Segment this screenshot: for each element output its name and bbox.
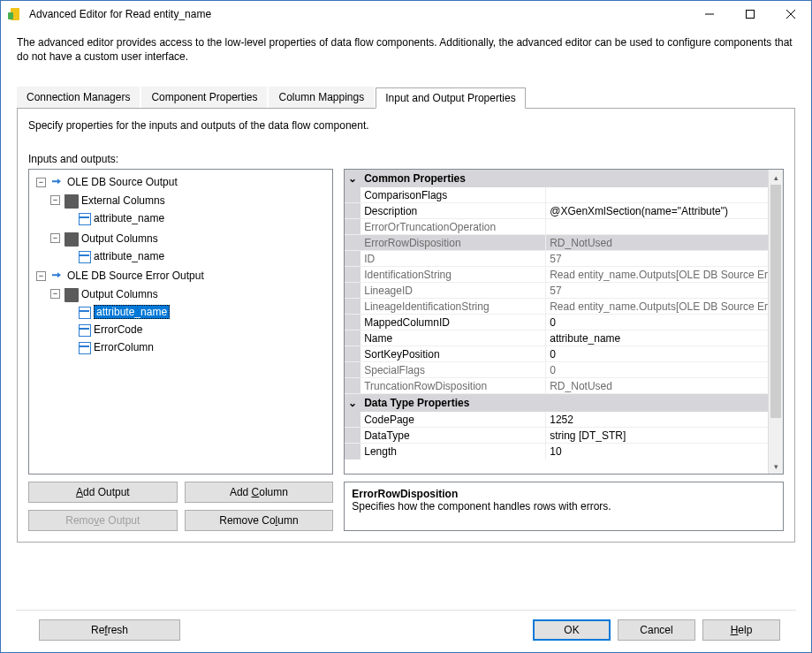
- svg-rect-1: [747, 11, 755, 19]
- tree-node-source-output[interactable]: − OLE DB Source Output: [34, 174, 330, 190]
- tree-label: Output Columns: [81, 232, 158, 245]
- remove-column-button[interactable]: Remove Column: [185, 510, 334, 531]
- prop-row: SpecialFlags0: [345, 362, 768, 378]
- folder-icon: [65, 288, 79, 302]
- remove-output-button: Remove Output: [28, 510, 178, 531]
- prop-row[interactable]: Length10: [345, 444, 768, 459]
- column-icon: [77, 211, 91, 225]
- prop-row[interactable]: Nameattribute_name: [345, 330, 768, 346]
- column-icon: [77, 323, 91, 337]
- property-help-text: Specifies how the component handles rows…: [352, 500, 776, 513]
- tab-subdescription: Specify properties for the inputs and ou…: [28, 118, 784, 148]
- tree-label: External Columns: [81, 194, 165, 207]
- prop-row[interactable]: ComparisonFlags: [345, 187, 768, 203]
- category-common-properties[interactable]: ⌄ Common Properties: [345, 170, 768, 187]
- property-grid-scrollbar[interactable]: ▴ ▾: [768, 170, 783, 474]
- prop-row[interactable]: Description@XGenXmlSection(name="Attribu…: [345, 203, 768, 219]
- tree-node-source-error-output[interactable]: − OLE DB Source Error Output: [34, 268, 330, 284]
- tree-node-column[interactable]: attribute_name: [63, 248, 330, 264]
- prop-row[interactable]: CodePage1252: [345, 412, 768, 428]
- add-column-button[interactable]: Add Column: [185, 482, 334, 503]
- tree-label: Output Columns: [81, 288, 158, 300]
- tree-node-output-columns[interactable]: − Output Columns: [49, 229, 330, 247]
- dialog-description: The advanced editor provides access to t…: [1, 27, 811, 80]
- cancel-button[interactable]: Cancel: [618, 619, 695, 641]
- ok-button[interactable]: OK: [533, 619, 611, 641]
- prop-row[interactable]: DataTypestring [DT_STR]: [345, 428, 768, 444]
- close-button[interactable]: [770, 1, 811, 27]
- window-title: Advanced Editor for Read entity_name: [29, 8, 211, 20]
- tree-label: OLE DB Source Output: [67, 176, 178, 188]
- column-icon: [77, 249, 91, 263]
- output-icon: [50, 269, 65, 283]
- tab-content: Specify properties for the inputs and ou…: [17, 108, 795, 543]
- prop-row: LineageIdentificationStringRead entity_n…: [345, 299, 768, 315]
- collapse-icon[interactable]: −: [36, 271, 46, 281]
- prop-row: LineageID57: [345, 283, 768, 299]
- tree-label: ErrorCode: [94, 323, 142, 336]
- property-grid[interactable]: ⌄ Common Properties ComparisonFlags Desc…: [344, 169, 784, 475]
- maximize-button[interactable]: [730, 1, 770, 27]
- tree-view[interactable]: − OLE DB Source Output − External Column…: [28, 169, 333, 475]
- minimize-button[interactable]: [689, 1, 730, 27]
- chevron-down-icon[interactable]: ⌄: [345, 394, 360, 412]
- dialog-footer: Refresh OK Cancel Help: [16, 610, 796, 653]
- tab-connection-managers[interactable]: Connection Managers: [17, 87, 140, 108]
- tab-component-properties[interactable]: Component Properties: [141, 87, 267, 108]
- add-output-button[interactable]: Add Output: [28, 482, 178, 503]
- tree-node-external-columns[interactable]: − External Columns: [49, 191, 330, 209]
- app-icon: [8, 7, 22, 21]
- tree-label: ErrorColumn: [94, 341, 154, 353]
- scroll-up-icon[interactable]: ▴: [769, 170, 783, 185]
- tabstrip: Connection Managers Component Properties…: [1, 87, 811, 108]
- scroll-thumb[interactable]: [770, 185, 781, 418]
- prop-row: ErrorOrTruncationOperation: [345, 219, 768, 235]
- folder-icon: [65, 194, 79, 209]
- collapse-icon[interactable]: −: [36, 178, 46, 187]
- titlebar: Advanced Editor for Read entity_name: [1, 1, 811, 27]
- collapse-icon[interactable]: −: [50, 233, 60, 243]
- chevron-down-icon[interactable]: ⌄: [345, 170, 360, 187]
- tree-label: attribute_name: [94, 250, 164, 262]
- tree-node-output-columns[interactable]: − Output Columns: [49, 285, 330, 303]
- collapse-icon[interactable]: −: [50, 195, 60, 205]
- column-icon: [77, 340, 91, 354]
- tree-node-column[interactable]: ErrorColumn: [63, 339, 330, 355]
- property-help-title: ErrorRowDisposition: [352, 488, 776, 500]
- output-icon: [50, 175, 65, 189]
- scroll-down-icon[interactable]: ▾: [769, 459, 783, 474]
- tree-label: attribute_name: [94, 305, 170, 319]
- prop-row: ID57: [345, 251, 768, 267]
- prop-row[interactable]: SortKeyPosition0: [345, 346, 768, 362]
- prop-row-selected[interactable]: ErrorRowDispositionRD_NotUsed: [345, 235, 768, 251]
- tree-node-column[interactable]: attribute_name: [63, 210, 330, 226]
- category-datatype-properties[interactable]: ⌄ Data Type Properties: [345, 394, 768, 412]
- inputs-outputs-label: Inputs and outputs:: [28, 148, 784, 165]
- column-icon: [77, 305, 91, 319]
- tab-input-output-properties[interactable]: Input and Output Properties: [376, 87, 525, 109]
- tab-column-mappings[interactable]: Column Mappings: [269, 87, 374, 108]
- tree-label: OLE DB Source Error Output: [67, 270, 204, 282]
- prop-row: TruncationRowDispositionRD_NotUsed: [345, 378, 768, 394]
- folder-icon: [65, 232, 79, 247]
- collapse-icon[interactable]: −: [50, 289, 60, 299]
- prop-row: IdentificationStringRead entity_name.Out…: [345, 267, 768, 283]
- property-help-box: ErrorRowDisposition Specifies how the co…: [344, 482, 784, 531]
- tree-label: attribute_name: [94, 212, 164, 224]
- prop-row[interactable]: MappedColumnID0: [345, 315, 768, 330]
- tree-node-column-selected[interactable]: attribute_name: [63, 304, 330, 320]
- refresh-button[interactable]: Refresh: [39, 619, 180, 641]
- tree-node-column[interactable]: ErrorCode: [63, 322, 330, 338]
- help-button[interactable]: Help: [702, 619, 780, 641]
